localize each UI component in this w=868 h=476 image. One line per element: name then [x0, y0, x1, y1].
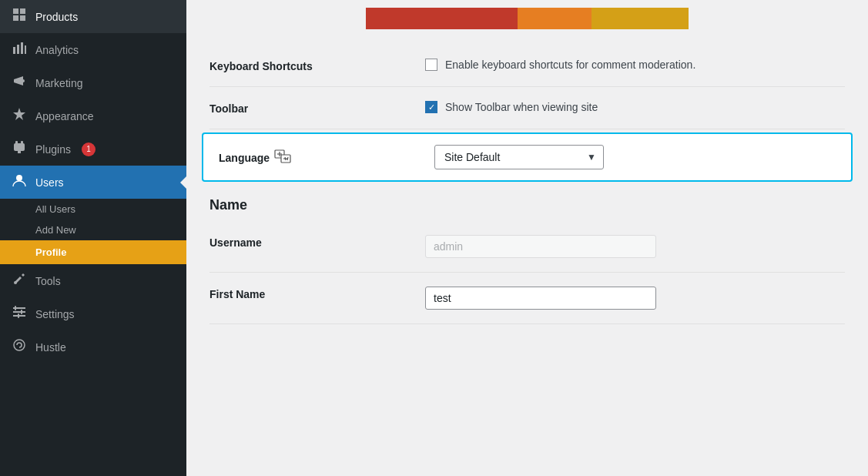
language-select[interactable]: Site Default English French German Spani… [434, 145, 604, 169]
svg-rect-20 [18, 313, 19, 318]
svg-rect-12 [18, 151, 21, 153]
keyboard-shortcuts-control: Enable keyboard shortcuts for comment mo… [425, 59, 845, 71]
toolbar-label: Toolbar [209, 101, 425, 115]
toolbar-control: ✓ Show Toolbar when viewing site [425, 101, 845, 113]
username-row: Username [209, 221, 845, 273]
toolbar-checkbox[interactable]: ✓ [425, 101, 437, 113]
first-name-input[interactable] [425, 287, 656, 310]
svg-rect-3 [20, 15, 25, 21]
svg-point-14 [14, 281, 17, 284]
main-content: Keyboard Shortcuts Enable keyboard short… [186, 0, 868, 476]
color-segment-orange [518, 8, 592, 29]
first-name-label: First Name [209, 287, 425, 300]
sidebar-item-users-label: Users [35, 176, 64, 189]
toolbar-row: Toolbar ✓ Show Toolbar when viewing site [209, 87, 845, 129]
plugins-badge: 1 [82, 142, 96, 156]
tools-icon [11, 272, 28, 290]
sidebar-item-hustle-label: Hustle [35, 341, 66, 354]
svg-point-8 [22, 79, 25, 82]
users-icon [11, 173, 28, 191]
products-icon [11, 8, 28, 25]
keyboard-shortcuts-checkbox[interactable] [425, 59, 437, 71]
language-control: Site Default English French German Spani… [434, 145, 836, 169]
username-control [425, 235, 845, 258]
sidebar-item-marketing[interactable]: Marketing [0, 66, 186, 99]
sidebar-item-tools[interactable]: Tools [0, 264, 186, 297]
svg-point-13 [16, 175, 22, 181]
sidebar-item-marketing-label: Marketing [35, 77, 82, 89]
translate-icon [274, 149, 291, 166]
first-name-row: First Name [209, 273, 845, 324]
sidebar-item-plugins-label: Plugins [35, 143, 71, 156]
sidebar-item-appearance[interactable]: Appearance [0, 99, 186, 132]
submenu-add-new-label: Add New [35, 224, 76, 236]
marketing-icon [11, 74, 28, 92]
sidebar-item-plugins[interactable]: Plugins 1 [0, 132, 186, 166]
sidebar-item-analytics-label: Analytics [35, 44, 79, 56]
hustle-icon [11, 338, 28, 356]
svg-rect-1 [20, 8, 25, 14]
svg-rect-4 [13, 47, 15, 54]
analytics-icon [11, 41, 28, 59]
submenu-all-users[interactable]: All Users [0, 199, 186, 220]
submenu-profile[interactable]: Profile [0, 240, 186, 264]
language-select-wrapper[interactable]: Site Default English French German Spani… [434, 145, 604, 169]
sidebar-item-users[interactable]: Users [0, 166, 186, 199]
language-text: Language [219, 152, 270, 164]
language-label: Language [219, 148, 434, 166]
appearance-icon [11, 107, 28, 125]
settings-icon [11, 305, 28, 323]
sidebar-item-tools-label: Tools [35, 275, 61, 287]
sidebar-item-settings-label: Settings [35, 308, 75, 320]
sidebar-item-products-label: Products [35, 11, 78, 23]
sidebar-item-settings[interactable]: Settings [0, 297, 186, 330]
submenu-add-new[interactable]: Add New [0, 220, 186, 240]
sidebar-item-products[interactable]: Products [0, 0, 186, 33]
svg-rect-7 [25, 45, 26, 54]
username-label: Username [209, 235, 425, 249]
svg-point-21 [14, 340, 25, 350]
svg-rect-16 [13, 311, 25, 313]
svg-rect-19 [21, 310, 22, 314]
svg-rect-5 [17, 45, 19, 54]
first-name-control [425, 287, 845, 310]
keyboard-shortcuts-row: Keyboard Shortcuts Enable keyboard short… [209, 45, 845, 87]
language-row: Language Site Default [219, 145, 836, 169]
keyboard-shortcuts-label: Keyboard Shortcuts [209, 59, 425, 72]
svg-rect-6 [21, 42, 23, 54]
toolbar-description: Show Toolbar when viewing site [445, 101, 598, 113]
sidebar-item-analytics[interactable]: Analytics [0, 33, 186, 66]
svg-rect-11 [14, 143, 25, 151]
sidebar: Products Analytics Marketing Appearance … [0, 0, 186, 476]
submenu-profile-label: Profile [35, 246, 66, 258]
name-section-heading: Name [209, 197, 845, 213]
language-highlight-box: Language Site Default [202, 132, 853, 182]
submenu-all-users-label: All Users [35, 203, 75, 215]
plugins-icon [11, 140, 28, 158]
color-segment-red [366, 8, 518, 29]
color-bar [366, 8, 689, 29]
svg-rect-18 [15, 306, 16, 310]
sidebar-item-hustle[interactable]: Hustle [0, 330, 186, 364]
color-segment-yellow [592, 8, 689, 29]
svg-rect-0 [13, 8, 18, 14]
username-input [425, 235, 656, 258]
keyboard-shortcuts-description: Enable keyboard shortcuts for comment mo… [445, 59, 695, 71]
svg-rect-2 [13, 15, 18, 21]
sidebar-item-appearance-label: Appearance [35, 110, 94, 122]
